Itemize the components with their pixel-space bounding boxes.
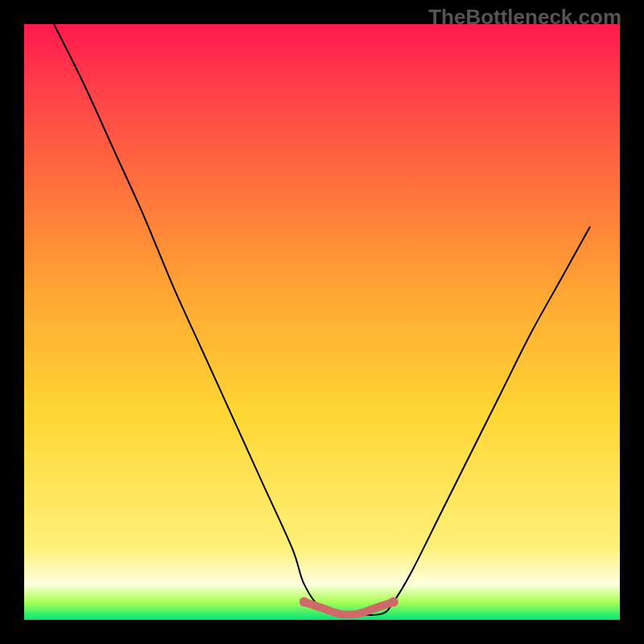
marker-dot — [389, 597, 398, 607]
plot-area — [24, 24, 620, 620]
watermark-text: TheBottleneck.com — [428, 5, 621, 30]
marker-dot — [299, 597, 309, 607]
optimal-range-marker — [304, 602, 394, 615]
bottleneck-curve — [54, 24, 590, 615]
curve-layer — [24, 24, 620, 620]
chart-frame: TheBottleneck.com — [0, 0, 644, 644]
